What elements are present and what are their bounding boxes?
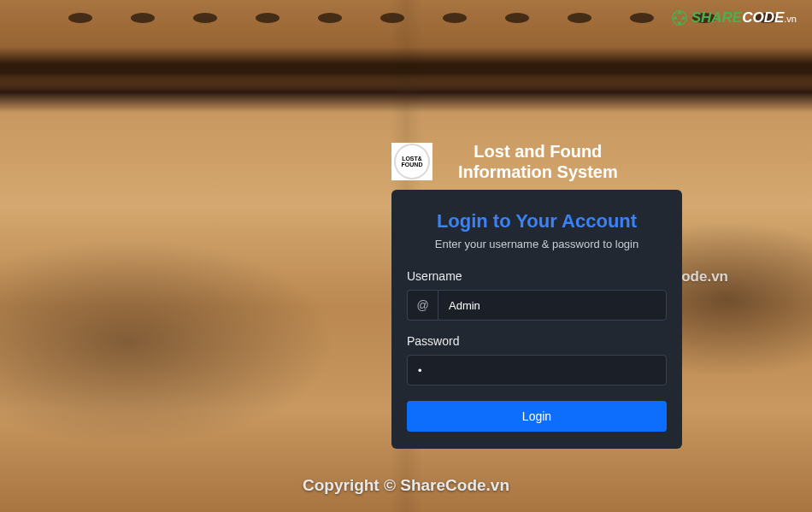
logo-text-1: LOST& — [402, 156, 422, 162]
username-input[interactable] — [438, 290, 667, 321]
password-label: Password — [407, 334, 667, 348]
logo-text-2: FOUND — [402, 162, 423, 168]
card-title: Login to Your Account — [407, 210, 667, 232]
app-header: LOST& FOUND Lost and Found Information S… — [391, 141, 618, 182]
app-title: Lost and Found Information System — [458, 141, 618, 182]
username-label: Username — [407, 269, 667, 283]
watermark-share: SHARE — [691, 9, 743, 26]
password-input[interactable] — [407, 355, 667, 385]
app-title-line2: Information System — [458, 162, 618, 182]
app-logo: LOST& FOUND — [391, 143, 432, 180]
background-band — [0, 47, 812, 90]
username-group: @ — [407, 290, 667, 321]
footer-copyright: Copyright © ShareCode.vn — [0, 476, 812, 495]
login-button[interactable]: Login — [407, 401, 667, 432]
at-icon: @ — [407, 290, 438, 321]
login-card: Login to Your Account Enter your usernam… — [391, 190, 682, 449]
app-title-line1: Lost and Found — [458, 141, 618, 162]
card-subtitle: Enter your username & password to login — [407, 238, 667, 250]
watermark-logo: SHARECODE.vn — [670, 9, 797, 27]
recycle-icon — [670, 9, 689, 27]
watermark-vn: .vn — [784, 14, 797, 24]
watermark-code: CODE — [742, 9, 784, 26]
